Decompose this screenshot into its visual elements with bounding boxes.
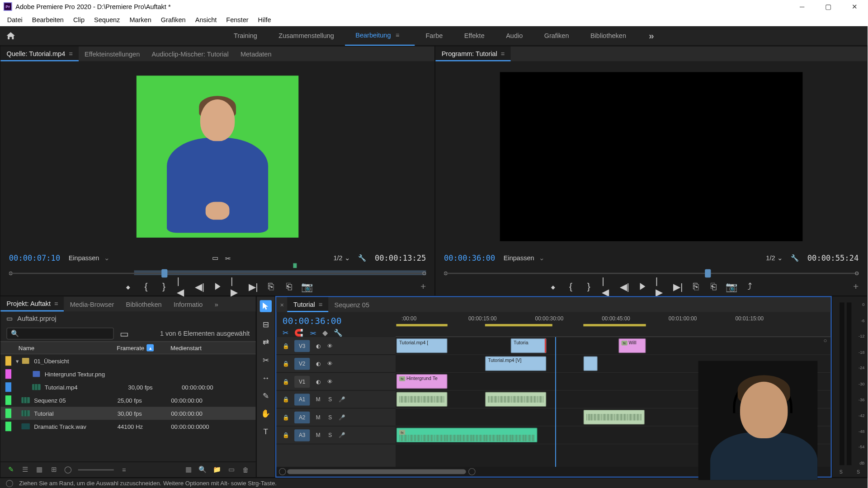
expand-toggle[interactable]: ▾ <box>14 357 21 364</box>
play-button[interactable] <box>213 282 222 291</box>
tab-audio-mixer[interactable]: Audioclip-Mischer: Tutorial <box>146 47 234 61</box>
solo-right[interactable]: S <box>857 469 860 475</box>
source-patch-v3[interactable]: V3 <box>294 340 310 352</box>
track-target-v1[interactable]: V1 <box>294 375 310 387</box>
source-settings-button[interactable]: 🔧 <box>358 254 366 262</box>
maximize-button[interactable]: ▢ <box>815 0 841 13</box>
freeform-view-button[interactable]: ⊞ <box>49 465 57 474</box>
minimize-button[interactable]: ─ <box>789 0 815 13</box>
workspace-grafiken[interactable]: Grafiken <box>533 26 580 45</box>
tab-overflow[interactable]: » <box>209 296 224 311</box>
project-item[interactable]: Tutorial30,00 fps00:00:00:00 <box>0 407 255 420</box>
project-search-input[interactable]: 🔍 <box>6 328 113 339</box>
source-timecode[interactable]: 00:00:07:10 <box>9 253 60 263</box>
col-framerate[interactable]: Framerate▴ <box>117 344 170 352</box>
add-marker-button[interactable]: ◆ <box>322 329 328 337</box>
razor-tool[interactable]: ✂ <box>260 354 272 366</box>
program-scrubber[interactable] <box>444 264 859 277</box>
extract-button[interactable]: ⎗ <box>709 282 718 291</box>
lock-track-button[interactable]: 🔒 <box>281 394 291 404</box>
automate-to-sequence-button[interactable]: ▦ <box>184 465 192 474</box>
project-item[interactable]: Dramatic Track.wav44100 Hz00:00:00:0000 <box>0 420 255 433</box>
source-preview[interactable] <box>0 61 434 251</box>
menu-fenster[interactable]: Fenster <box>222 16 253 23</box>
tab-media-browser[interactable]: Media-Browser <box>64 296 120 311</box>
lift-button[interactable]: ⎘ <box>691 282 701 291</box>
track-select-tool[interactable]: ⊟ <box>260 318 272 330</box>
list-view-button[interactable]: ☰ <box>21 465 29 474</box>
solo-left[interactable]: S <box>840 469 843 475</box>
type-tool[interactable]: T <box>260 425 272 437</box>
export-frame-button[interactable]: 📷 <box>302 282 311 291</box>
sequence-tab-sequenz05[interactable]: Sequenz 05 <box>328 297 375 312</box>
insert-button[interactable]: ⎘ <box>266 282 276 291</box>
zoom-slider-knob[interactable]: ◯ <box>64 465 72 474</box>
new-search-bin-button[interactable]: ▭ <box>120 328 129 339</box>
menu-datei[interactable]: Datei <box>2 16 27 23</box>
source-only-video-icon[interactable]: ▭ <box>212 254 218 262</box>
close-sequence-button[interactable]: × <box>277 301 288 308</box>
zoom-out-handle[interactable] <box>279 468 286 475</box>
clip[interactable]: Tutorial.mp4 [ <box>396 338 447 353</box>
tab-program[interactable]: Programm: Tutorial≡ <box>435 47 510 61</box>
mark-out-button[interactable]: } <box>159 282 169 291</box>
tab-project[interactable]: Projekt: Auftakt≡ <box>0 296 64 311</box>
timeline-ruler[interactable]: :00:0000:00:15:0000:00:30:0000:00:45:000… <box>396 312 830 337</box>
voice-over-record-button[interactable]: 🎤 <box>337 413 347 422</box>
workspace-bearbeitung[interactable]: Bearbeitung≡ <box>345 26 415 45</box>
step-forward-button[interactable]: |▶ <box>656 282 665 291</box>
workspace-bibliotheken[interactable]: Bibliotheken <box>580 26 637 45</box>
track-header-a1[interactable]: 🔒 A1 M S 🎤 <box>277 391 396 409</box>
project-item[interactable]: Hintergrund Textur.png <box>0 367 255 380</box>
workspace-overflow[interactable]: » <box>637 30 666 41</box>
menu-grafiken[interactable]: Grafiken <box>156 16 190 23</box>
clip[interactable]: fxHintergrund Te <box>396 374 447 389</box>
hand-tool[interactable]: ✋ <box>260 408 272 419</box>
playhead-line[interactable] <box>555 337 556 467</box>
clip[interactable]: fxWill <box>618 338 646 353</box>
export-frame-button[interactable]: 📷 <box>727 282 736 291</box>
workspace-zusammenstellung[interactable]: Zusammenstellung <box>268 26 345 45</box>
menu-hilfe[interactable]: Hilfe <box>253 16 276 23</box>
pen-tool[interactable]: ✎ <box>260 389 272 401</box>
source-scrubber[interactable] <box>9 264 426 277</box>
source-only-audio-icon[interactable]: ⫘ <box>224 254 231 262</box>
lock-track-button[interactable]: 🔒 <box>281 377 291 386</box>
track-header-v1[interactable]: 🔒 V1 ◐ 👁 <box>277 373 396 391</box>
voice-over-record-button[interactable]: 🎤 <box>337 394 347 404</box>
timeline-options-button[interactable]: ○ <box>823 337 827 343</box>
source-playhead[interactable] <box>161 269 167 277</box>
toggle-sync-lock[interactable]: ◐ <box>313 359 323 368</box>
menu-clip[interactable]: Clip <box>68 16 89 23</box>
sort-button[interactable]: ≡ <box>120 465 128 474</box>
toggle-track-output[interactable]: 👁 <box>326 377 335 386</box>
button-editor-plus[interactable]: + <box>853 281 859 292</box>
mute-button[interactable]: M <box>313 394 323 404</box>
lock-track-button[interactable]: 🔒 <box>281 413 291 422</box>
play-button[interactable] <box>637 282 647 291</box>
clip[interactable]: Tutoria <box>511 338 547 353</box>
source-resolution-dropdown[interactable]: 1/2 ⌄ <box>334 254 350 262</box>
overwrite-button[interactable]: ⎗ <box>284 282 294 291</box>
program-timecode[interactable]: 00:00:36:00 <box>444 253 495 263</box>
menu-ansicht[interactable]: Ansicht <box>190 16 222 23</box>
toggle-sync-lock[interactable]: ◐ <box>313 341 323 351</box>
hamburger-icon[interactable]: ≡ <box>501 50 505 57</box>
timeline-timecode[interactable]: 00:00:36:00 <box>283 316 390 327</box>
track-v3[interactable]: Tutorial.mp4 [TutoriafxWill <box>396 337 830 355</box>
track-header-v3[interactable]: 🔒 V3 ◐ 👁 <box>277 337 396 355</box>
slip-tool[interactable]: ↔ <box>260 371 272 383</box>
menu-marken[interactable]: Marken <box>125 16 156 23</box>
mark-in-button[interactable]: { <box>141 282 151 291</box>
hamburger-icon[interactable]: ≡ <box>391 32 405 39</box>
hamburger-icon[interactable]: ≡ <box>69 50 72 57</box>
lock-track-button[interactable]: 🔒 <box>281 430 291 440</box>
scrollbar-thumb[interactable] <box>287 469 466 474</box>
home-button[interactable] <box>0 32 21 40</box>
tab-metadata[interactable]: Metadaten <box>235 47 278 61</box>
delete-button[interactable]: 🗑 <box>241 465 250 474</box>
go-to-in-button[interactable]: |◀ <box>177 282 186 291</box>
mute-button[interactable]: M <box>313 430 323 440</box>
project-item[interactable]: Tutorial.mp430,00 fps00:00:00:00 <box>0 380 255 394</box>
tab-source[interactable]: Quelle: Tutorial.mp4≡ <box>0 47 78 61</box>
